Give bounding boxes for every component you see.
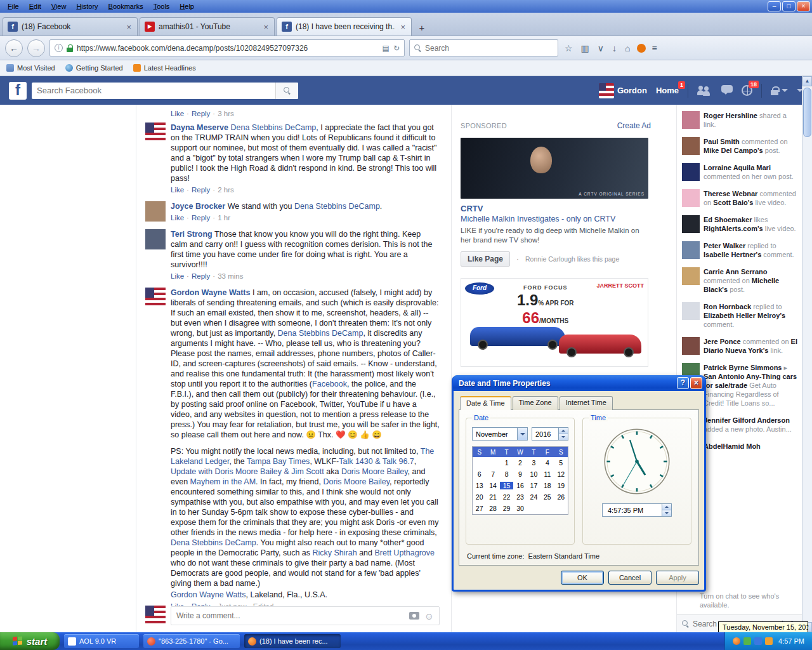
ticker-actor[interactable]: AbdelHamid Moh: [704, 442, 761, 450]
reload-icon[interactable]: ↻: [393, 44, 400, 53]
dialog-close-button[interactable]: ×: [690, 377, 702, 389]
tab-date-time[interactable]: Date & Time: [460, 396, 511, 410]
reply-link[interactable]: Reply: [192, 186, 210, 194]
calendar-day[interactable]: 20: [473, 493, 486, 501]
mention-link[interactable]: Gordon Wayne Watts: [171, 590, 246, 599]
mention-link[interactable]: Mayhem in the AM: [190, 477, 256, 486]
calendar-day[interactable]: 28: [486, 505, 499, 512]
like-link[interactable]: Like: [171, 214, 184, 222]
minimize-button[interactable]: –: [768, 1, 781, 11]
calendar-day[interactable]: 4: [540, 459, 554, 467]
calendar-day[interactable]: 7: [486, 470, 499, 478]
home-link[interactable]: Home 1: [656, 86, 679, 95]
ad-image[interactable]: Ford FORD FOCUS 1.9% APR FOR 66/MONTHS J…: [461, 278, 648, 367]
ticker-actor[interactable]: Jennifer Gilford Anderson: [704, 416, 790, 424]
calendar-day[interactable]: 8: [500, 470, 513, 478]
browser-search-input[interactable]: [425, 44, 553, 53]
home-icon[interactable]: ⌂: [623, 43, 632, 53]
facebook-search-input[interactable]: [32, 86, 275, 95]
calendar-day[interactable]: 22: [500, 493, 513, 501]
smiley-icon[interactable]: ☺: [424, 611, 434, 621]
calendar-day[interactable]: 21: [486, 493, 499, 501]
calendar-day[interactable]: 3: [527, 459, 540, 467]
ad-image[interactable]: A CRTV ORIGINAL SERIES: [461, 138, 648, 199]
taskbar-item-google-search[interactable]: "863-225-1780" - Go...: [143, 634, 240, 648]
ticker-actor[interactable]: Peter Walker: [704, 242, 745, 249]
privacy-shortcuts-button[interactable]: [771, 86, 788, 95]
like-link[interactable]: Like: [171, 272, 184, 280]
ticker-item[interactable]: Carrie Ann Serrano commented on Michelle…: [682, 267, 798, 294]
bookmark-latest-headlines[interactable]: Latest Headlines: [133, 64, 196, 72]
profile-name[interactable]: Gordon: [617, 86, 647, 95]
calendar-day[interactable]: 17: [527, 482, 540, 489]
menu-edit[interactable]: Edit: [24, 1, 46, 11]
comment-author[interactable]: Joyce Brocker: [171, 202, 225, 211]
mention-link[interactable]: Dena Stebbins DeCamp: [278, 329, 363, 338]
ticker-item[interactable]: Paul Smith commented on Mike Del Campo's…: [682, 137, 798, 155]
back-button[interactable]: ←: [5, 39, 23, 57]
mention-link[interactable]: Dena Stebbins DeCamp: [171, 538, 256, 547]
ticker-item[interactable]: Therese Webnar commented on Scott Baio's…: [682, 189, 798, 207]
facebook-logo[interactable]: f: [9, 82, 27, 100]
calendar-day-selected[interactable]: 15: [500, 482, 513, 489]
mention-link[interactable]: Facebook: [312, 380, 347, 388]
hamburger-menu-icon[interactable]: ≡: [650, 43, 659, 53]
ticker-actor[interactable]: Jere Ponce: [704, 338, 741, 345]
calendar-day[interactable]: 6: [473, 470, 486, 478]
calendar-day[interactable]: 26: [554, 493, 568, 501]
avatar[interactable]: [145, 229, 166, 249]
restore-button[interactable]: □: [782, 1, 796, 11]
start-button[interactable]: start: [0, 632, 60, 650]
facebook-search-button[interactable]: [275, 83, 298, 99]
tab-facebook-post-active[interactable]: f (18) I have been receiving th... ×: [277, 17, 412, 36]
menu-history[interactable]: History: [71, 1, 103, 11]
close-button[interactable]: ×: [797, 1, 810, 11]
calendar-day[interactable]: 10: [527, 470, 540, 478]
mention-link[interactable]: Talk 1430 & Talk 96.7: [339, 457, 414, 466]
time-field[interactable]: 4:57:35 PM: [602, 503, 672, 517]
ticker-object[interactable]: Mike Del Campo's: [704, 147, 763, 154]
menu-tools[interactable]: Tools: [148, 1, 175, 11]
ticker-item[interactable]: Jere Ponce commented on El Diario Nueva …: [682, 337, 798, 355]
calendar-day[interactable]: 9: [513, 470, 527, 478]
ticker-object[interactable]: Isabelle Hertner's: [704, 251, 761, 258]
ticker-item[interactable]: Ron Hornback replied to Elizabeth Heller…: [682, 302, 798, 329]
messages-button[interactable]: [721, 85, 733, 96]
menu-file[interactable]: File: [3, 1, 24, 11]
avatar[interactable]: [145, 201, 166, 222]
calendar-day[interactable]: 2: [513, 459, 527, 467]
year-up-button[interactable]: [559, 428, 568, 434]
ticker-object[interactable]: Scott Baio's: [713, 199, 753, 206]
year-down-button[interactable]: [559, 434, 568, 440]
calendar-day[interactable]: 13: [473, 482, 486, 489]
menu-view[interactable]: View: [46, 1, 72, 11]
bookmark-star-icon[interactable]: ☆: [563, 43, 575, 53]
calendar-day[interactable]: 25: [540, 493, 554, 501]
ad-title-link[interactable]: Michelle Malkin Investigates - only on C…: [461, 215, 651, 223]
mention-link[interactable]: Doris Moore Bailey: [341, 467, 408, 476]
cancel-button[interactable]: Cancel: [608, 571, 652, 585]
calendar-day[interactable]: 23: [513, 493, 527, 501]
comment-author[interactable]: Teri Strong: [171, 230, 213, 239]
pocket-icon[interactable]: ∨: [596, 43, 606, 53]
mention-link[interactable]: Tampa Bay Times: [247, 457, 310, 466]
mention-link[interactable]: Dena Stebbins DeCamp: [231, 123, 317, 132]
facebook-search-bar[interactable]: [32, 83, 298, 99]
time-up-button[interactable]: [662, 504, 671, 510]
taskbar-item-aol[interactable]: AOL 9.0 VR: [64, 634, 139, 648]
mention-link[interactable]: Dena Stebbins DeCamp: [294, 202, 380, 211]
tab-close-icon[interactable]: ×: [399, 22, 407, 32]
mention-link[interactable]: Brett Upthagrove: [374, 548, 435, 557]
menu-bookmarks[interactable]: Bookmarks: [103, 1, 148, 11]
friend-requests-button[interactable]: [697, 86, 712, 96]
scrollbar-thumb[interactable]: [803, 88, 811, 137]
ticker-actor[interactable]: Therese Webnar: [704, 190, 757, 197]
like-page-button[interactable]: Like Page: [461, 251, 510, 267]
ticker-actor[interactable]: Roger Hershline: [704, 112, 757, 119]
ticker-actor[interactable]: Paul Smith: [704, 138, 740, 145]
ticker-object[interactable]: RightAlerts.com's: [704, 225, 763, 232]
ticker-item[interactable]: Lorraine Aquila Mari commented on her ow…: [682, 163, 798, 181]
help-button[interactable]: ?: [677, 377, 689, 389]
ticker-actor[interactable]: Lorraine Aquila Mari: [704, 164, 771, 171]
reader-mode-icon[interactable]: ▤: [383, 44, 390, 53]
